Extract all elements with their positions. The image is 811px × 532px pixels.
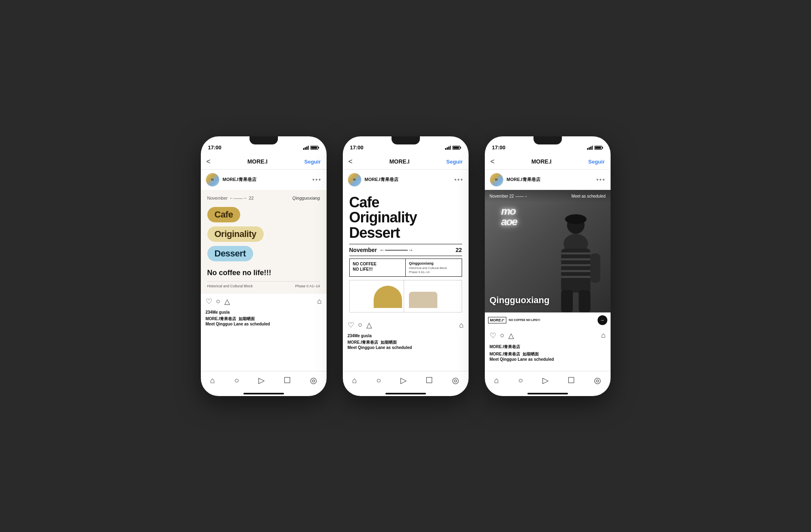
bottom-nav-1: ⌂ ○ ▷ ☐ ◎ — [201, 371, 327, 393]
battery-icon-2 — [452, 146, 461, 150]
svg-rect-25 — [561, 252, 590, 254]
comment-icon-2[interactable]: ○ — [358, 321, 363, 330]
info-row-2: NO COFFEENO LIFE!!! Qingguoxiang Histori… — [349, 258, 462, 277]
profile-dots-3[interactable]: ••• — [596, 176, 606, 183]
nocoffee-text-2: NO COFFEENO LIFE!!! — [353, 261, 402, 272]
home-nav-2[interactable]: ⌂ — [352, 376, 357, 385]
arch-right-2 — [409, 292, 437, 308]
likes-count-2: 234Me gusla — [348, 334, 372, 338]
profile-name-2[interactable]: MORE.I青果巷店 — [365, 177, 398, 183]
avatar-1[interactable]: M — [206, 173, 219, 187]
bookmark-icon-1[interactable]: ⌂ — [317, 297, 322, 306]
svg-rect-0 — [303, 148, 304, 150]
phone-content-1: November ←——→ 22 Qingguoxiang Cafe Origi… — [201, 190, 327, 371]
home-nav-3[interactable]: ⌂ — [494, 376, 499, 385]
home-bar-3 — [527, 393, 568, 394]
big-title-line3-2: Dessert — [349, 225, 462, 241]
caption-text-1: 如期晒面 — [239, 317, 255, 321]
back-button-2[interactable]: < — [348, 157, 353, 166]
signal-icon-3 — [587, 146, 593, 150]
nav-bar-3: < MORE.I Seguir — [485, 154, 611, 170]
profile-dots-1[interactable]: ••• — [312, 176, 322, 183]
tag-originality-1: Originality — [207, 226, 264, 242]
tag-cafe-1: Cafe — [207, 207, 241, 222]
overlay-top-3: November 22 ——→ Meet as scheduled — [485, 190, 611, 202]
qing-title-2: Qingguoxiang — [409, 261, 458, 265]
svg-rect-30 — [590, 254, 600, 283]
svg-rect-1 — [305, 147, 306, 150]
qingguoxiang-text-3: Qingguoxiang — [490, 295, 550, 305]
reels-nav-2[interactable]: ▷ — [400, 375, 407, 385]
svg-rect-6 — [311, 146, 317, 149]
home-bar-1 — [243, 393, 284, 394]
phone-content-3: November 22 ——→ Meet as scheduled moaoe — [485, 190, 611, 371]
comment-icon-3[interactable]: ○ — [500, 331, 505, 340]
svg-rect-19 — [602, 147, 603, 149]
qing-sub-2: Historical and Cultural BlockPhase II A1… — [409, 266, 458, 274]
share-icon-3[interactable]: △ — [508, 331, 514, 340]
bookmark-icon-2[interactable]: ⌂ — [459, 321, 464, 330]
shop-nav-2[interactable]: ☐ — [426, 375, 433, 385]
date-arrow-2: ←————→ — [379, 247, 413, 253]
big-title-2: Cafe Originality Dessert — [349, 195, 462, 241]
profile-nav-3[interactable]: ◎ — [594, 375, 601, 385]
nav-bar-2: < MORE.I Seguir — [343, 154, 469, 170]
share-icon-1[interactable]: △ — [224, 297, 230, 306]
status-icons-1 — [303, 146, 319, 150]
share-icon-2[interactable]: △ — [366, 321, 372, 330]
caption-text2-1: Meet Qingguo Lane as scheduled — [206, 322, 270, 326]
svg-rect-5 — [318, 147, 319, 149]
follow-button-3[interactable]: Seguir — [588, 159, 604, 165]
search-nav-3[interactable]: ○ — [518, 376, 523, 385]
arch-left-2 — [374, 286, 402, 308]
svg-rect-9 — [448, 146, 450, 150]
caption-username-1[interactable]: MORE.I青果巷店 — [206, 317, 237, 321]
home-nav-1[interactable]: ⌂ — [210, 376, 215, 385]
nav-title-3: MORE.I — [531, 158, 552, 165]
location-1: Qingguoxiang — [293, 196, 320, 200]
profile-nav-1[interactable]: ◎ — [310, 375, 317, 385]
svg-rect-10 — [450, 146, 451, 150]
svg-rect-27 — [561, 264, 590, 266]
bookmark-icon-3[interactable]: ⌂ — [601, 331, 606, 340]
date-row-1: November ←——→ 22 Qingguoxiang — [207, 196, 320, 200]
comment-icon-1[interactable]: ○ — [216, 297, 221, 306]
back-button-1[interactable]: < — [207, 157, 211, 166]
svg-point-23 — [565, 214, 587, 224]
back-button-3[interactable]: < — [490, 157, 495, 166]
shop-nav-3[interactable]: ☐ — [568, 375, 575, 385]
follow-button-1[interactable]: Seguir — [304, 159, 321, 165]
search-nav-1[interactable]: ○ — [234, 376, 239, 385]
like-icon-3[interactable]: ♡ — [490, 331, 496, 340]
home-bar-2 — [385, 393, 426, 394]
profile-nav-2[interactable]: ◎ — [452, 375, 459, 385]
date-left-1: November ←——→ 22 — [207, 196, 254, 200]
profile-name-3[interactable]: MORE.I青果巷店 — [507, 177, 540, 183]
tag-dessert-1: Dessert — [207, 246, 253, 261]
avatar-2[interactable]: M — [348, 173, 361, 187]
arrow-circle-3[interactable]: → — [598, 315, 607, 325]
action-row-2: ♡ ○ △ ⌂ — [343, 317, 469, 333]
reels-nav-3[interactable]: ▷ — [542, 375, 549, 385]
like-icon-2[interactable]: ♡ — [348, 321, 354, 330]
reels-nav-1[interactable]: ▷ — [258, 375, 265, 385]
post-image-3: November 22 ——→ Meet as scheduled moaoe — [485, 190, 611, 328]
caption-text2-2: Meet Qingguo Lane as scheduled — [348, 345, 412, 350]
svg-rect-20 — [595, 146, 601, 149]
profile-name-1[interactable]: MORE.I青果巷店 — [223, 177, 256, 183]
no-coffee-text-1: No coffee no life!!! — [207, 269, 320, 281]
avatar-3[interactable]: M — [490, 173, 503, 187]
status-time-1: 17:00 — [208, 144, 222, 151]
likes-row-1: 234Me gusla — [201, 309, 327, 315]
svg-rect-16 — [590, 146, 592, 150]
shop-nav-1[interactable]: ☐ — [284, 375, 291, 385]
svg-rect-17 — [592, 146, 593, 150]
like-icon-1[interactable]: ♡ — [206, 297, 212, 306]
caption-username-2[interactable]: MORE.I青果巷店 — [348, 340, 379, 345]
svg-rect-12 — [460, 147, 461, 149]
caption-username-3[interactable]: MORE.I青果巷店 — [490, 352, 521, 356]
profile-row-2: M MORE.I青果巷店 ••• — [343, 170, 469, 190]
follow-button-2[interactable]: Seguir — [446, 159, 463, 165]
profile-dots-2[interactable]: ••• — [454, 176, 464, 183]
search-nav-2[interactable]: ○ — [376, 376, 381, 385]
